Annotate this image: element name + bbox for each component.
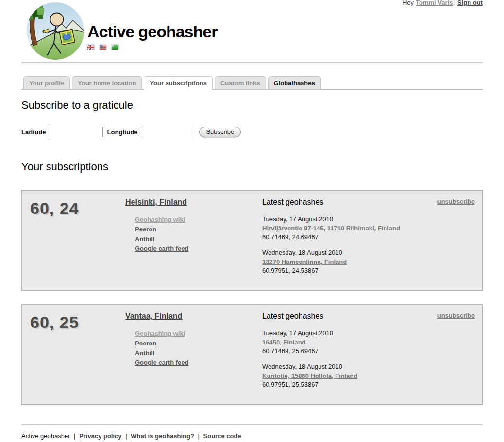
- google-earth-feed-link[interactable]: Google earth feed: [135, 359, 189, 366]
- latest-geohashes-heading: Latest geohashes: [262, 198, 433, 207]
- footer-link-source-code[interactable]: Source code: [203, 432, 241, 440]
- page: HeyTommi Varis!Sign out: [21, 0, 483, 442]
- geohashing-wiki-link[interactable]: Geohashing wiki: [135, 330, 185, 337]
- peeron-link[interactable]: Peeron: [135, 340, 156, 347]
- footer: Active geohasher | Privacy policy | What…: [21, 425, 483, 442]
- unsubscribe-column: unsubscribe: [433, 312, 475, 397]
- latest-geohashes-column: Latest geohashes Tuesday, 17 August 2010…: [262, 312, 433, 397]
- tab-globalhashes[interactable]: Globalhashes: [268, 76, 321, 90]
- latest-geohashes-heading: Latest geohashes: [262, 312, 433, 321]
- graticule-coordinates: 60, 24: [30, 199, 79, 217]
- latitude-input[interactable]: [50, 127, 103, 137]
- geohash-place-link[interactable]: 13270 Hameenlinna, Finland: [262, 258, 347, 265]
- graticule-name-link[interactable]: Vantaa, Finland: [125, 312, 182, 320]
- longitude-label: Longitude: [107, 129, 138, 136]
- geohash-coordinates: 60.97951, 25.53867: [262, 381, 433, 388]
- uk-flag-icon[interactable]: [87, 45, 94, 50]
- footer-separator: |: [74, 432, 75, 440]
- geohash-place-link[interactable]: Kuntotie, 15860 Hollola, Finland: [262, 372, 357, 379]
- graticule-coordinates: 60, 25: [30, 313, 79, 331]
- tab-your-profile[interactable]: Your profile: [23, 76, 70, 90]
- geohash-coordinates: 60.97951, 24.53867: [262, 267, 433, 274]
- geohash-entry: Wednesday, 18 August 2010 13270 Hameenli…: [262, 249, 433, 274]
- footer-site-name: Active geohasher: [21, 432, 70, 440]
- tab-your-subscriptions[interactable]: Your subscriptions: [144, 76, 213, 90]
- geohash-coordinates: 60.71469, 24.69467: [262, 233, 433, 241]
- logo-map: [59, 29, 75, 45]
- footer-separator: |: [125, 432, 127, 440]
- latitude-label: Latitude: [21, 129, 46, 136]
- unsubscribe-link[interactable]: unsubscribe: [437, 198, 475, 205]
- geohash-entry: Wednesday, 18 August 2010 Kuntotie, 1586…: [262, 363, 433, 388]
- geohash-place-link[interactable]: 16450, Finland: [262, 339, 306, 346]
- unsubscribe-link[interactable]: unsubscribe: [437, 312, 475, 319]
- language-flags: [87, 45, 483, 50]
- geohash-date: Tuesday, 17 August 2010: [262, 329, 433, 337]
- geohash-place-link[interactable]: Hirvijärventie 97-145, 11710 Riihimaki, …: [262, 225, 400, 232]
- tab-bar: Your profile Your home location Your sub…: [21, 76, 483, 90]
- tab-your-home-location[interactable]: Your home location: [72, 76, 142, 90]
- peeron-link[interactable]: Peeron: [135, 226, 156, 233]
- unsubscribe-column: unsubscribe: [433, 198, 475, 283]
- google-earth-feed-link[interactable]: Google earth feed: [135, 245, 189, 252]
- longitude-input[interactable]: [141, 127, 194, 137]
- anthill-link[interactable]: Anthill: [135, 349, 154, 357]
- geohash-coordinates: 60.71469, 25.69467: [262, 347, 433, 355]
- geohash-entry: Tuesday, 17 August 2010 16450, Finland 6…: [262, 329, 433, 355]
- geohash-date: Tuesday, 17 August 2010: [262, 215, 433, 223]
- us-flag-icon[interactable]: [100, 45, 106, 50]
- geohash-entry: Tuesday, 17 August 2010 Hirvijärventie 9…: [262, 215, 433, 241]
- subscription-card: 60, 25 Vantaa, Finland Geohashing wiki P…: [21, 304, 483, 405]
- graticule-column: 60, 25: [29, 312, 125, 397]
- footer-link-what-is-geohashing[interactable]: What is geohashing?: [131, 432, 194, 440]
- graticule-links: Geohashing wiki Peeron Anthill Google ea…: [125, 216, 262, 252]
- subscribe-heading: Subscribe to a graticule: [21, 99, 483, 112]
- graticule-column: 60, 24: [29, 198, 125, 283]
- esperanto-flag-icon[interactable]: [112, 45, 118, 50]
- anthill-link[interactable]: Anthill: [135, 235, 154, 243]
- tab-custom-links[interactable]: Custom links: [215, 76, 266, 90]
- site-title: Active geohasher: [87, 22, 483, 41]
- graticule-info-column: Vantaa, Finland Geohashing wiki Peeron A…: [125, 312, 262, 397]
- header: Active geohasher: [21, 0, 483, 63]
- subscribe-form: Latitude Longitude Subscribe: [21, 127, 483, 137]
- graticule-name-link[interactable]: Helsinki, Finland: [125, 198, 187, 206]
- footer-link-privacy-policy[interactable]: Privacy policy: [79, 432, 121, 440]
- title-block: Active geohasher: [87, 0, 483, 50]
- geohash-date: Wednesday, 18 August 2010: [262, 249, 433, 256]
- subscriptions-heading: Your subscriptions: [21, 161, 483, 173]
- subscription-card: 60, 24 Helsinki, Finland Geohashing wiki…: [21, 190, 483, 291]
- footer-separator: |: [198, 432, 200, 440]
- site-logo[interactable]: [26, 2, 84, 60]
- latest-geohashes-column: Latest geohashes Tuesday, 17 August 2010…: [262, 198, 433, 283]
- geohashing-wiki-link[interactable]: Geohashing wiki: [135, 216, 185, 223]
- subscribe-button[interactable]: Subscribe: [199, 127, 241, 137]
- graticule-links: Geohashing wiki Peeron Anthill Google ea…: [125, 330, 262, 366]
- geohash-date: Wednesday, 18 August 2010: [262, 363, 433, 370]
- graticule-info-column: Helsinki, Finland Geohashing wiki Peeron…: [125, 198, 262, 283]
